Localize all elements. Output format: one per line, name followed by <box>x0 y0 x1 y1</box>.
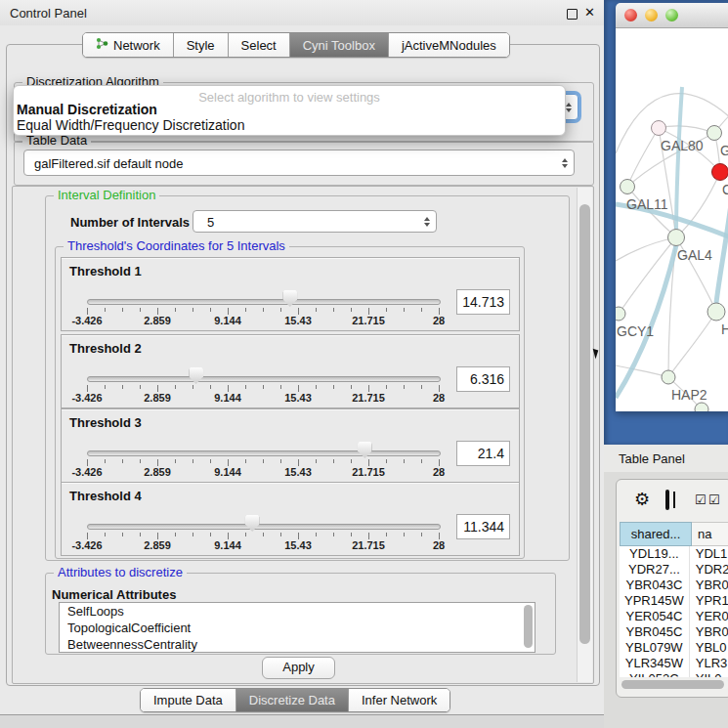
table-panel-titlebar[interactable]: Table Panel <box>604 445 728 473</box>
cell[interactable]: YER0 <box>690 609 728 624</box>
vertical-scrollbar[interactable] <box>577 188 592 682</box>
table-panel-box: ⚙ ☑ ☑ shared... na YDL19...YDL1 YDR27...… <box>616 479 728 698</box>
horizontal-scrollbar-thumb[interactable] <box>621 680 724 689</box>
cell[interactable]: YBR045C <box>620 624 690 640</box>
cell[interactable]: YBR0 <box>690 624 728 640</box>
table-header-name[interactable]: na <box>692 522 728 546</box>
popup-option-manual-discretization[interactable]: Manual Discretization <box>17 102 157 117</box>
table-row[interactable]: YER054CYER0 <box>620 609 728 624</box>
tab-jactivemnodules[interactable]: jActiveMNodules <box>389 33 509 57</box>
slider-tick <box>368 308 369 315</box>
threshold-2-value-field[interactable]: 6.316 <box>456 366 510 392</box>
checkbox-icon[interactable]: ☑ <box>708 493 720 506</box>
table-data-combobox[interactable]: galFiltered.sif default node <box>23 150 575 176</box>
threshold-3-slider-handle[interactable] <box>358 442 372 458</box>
table-row[interactable]: YBR045CYBR0 <box>620 624 728 640</box>
slider-tick <box>439 308 440 315</box>
list-item[interactable]: SelfLoops <box>60 603 535 620</box>
cell[interactable]: YDR2 <box>690 562 728 578</box>
threshold-1-value-field[interactable]: 14.713 <box>456 289 510 315</box>
cell[interactable]: YIL0 <box>690 671 728 677</box>
slider-tick <box>140 459 141 463</box>
list-scrollbar-thumb[interactable] <box>524 605 533 648</box>
tick-label: 21.715 <box>352 315 385 326</box>
cell[interactable]: YBR043C <box>620 578 690 593</box>
table-row[interactable]: YBL079WYBL0 <box>620 640 728 656</box>
number-of-intervals-combobox[interactable]: 5 <box>193 210 437 233</box>
network-window-titlebar[interactable] <box>616 3 728 28</box>
list-item[interactable]: TopologicalCoefficient <box>60 620 535 636</box>
cell[interactable]: YBR0 <box>690 578 728 593</box>
threshold-1-tick-labels: -3.426 2.859 9.144 15.43 21.715 28 <box>87 315 439 326</box>
cell[interactable]: YDR27... <box>620 562 690 578</box>
cell[interactable]: YER054C <box>620 609 690 624</box>
slider-tick <box>298 385 299 392</box>
slider-tick <box>175 385 176 389</box>
cell[interactable]: YPR145W <box>620 593 690 609</box>
tab-impute-data[interactable]: Impute Data <box>141 689 236 711</box>
vertical-scrollbar-thumb[interactable] <box>579 204 590 644</box>
tab-cyni-toolbox[interactable]: Cyni Toolbox <box>290 33 389 57</box>
threshold-4-tick-labels: -3.426 2.859 9.144 15.43 21.715 28 <box>87 539 439 551</box>
table-row[interactable]: YIL052CYIL0 <box>620 671 728 677</box>
tick-label: -3.426 <box>71 539 102 551</box>
tab-discretize-data[interactable]: Discretize Data <box>236 689 349 711</box>
gear-icon[interactable]: ⚙ <box>634 491 650 508</box>
table-panel-title: Table Panel <box>619 451 685 466</box>
horizontal-scrollbar[interactable] <box>621 680 728 689</box>
tab-label: Style <box>187 38 215 53</box>
control-panel-titlebar[interactable]: Control Panel ✕ <box>0 0 604 25</box>
checkbox-icon[interactable]: ☑ <box>695 493 707 506</box>
tab-label: Discretize Data <box>249 693 335 707</box>
table-row[interactable]: YBR043CYBR0 <box>620 578 728 593</box>
tick-label: -3.426 <box>71 466 102 478</box>
combo-arrows-icon <box>424 217 430 227</box>
popup-option-equal-width-frequency[interactable]: Equal Width/Frequency Discretization <box>17 117 244 133</box>
cell[interactable]: YIL052C <box>620 671 690 677</box>
cell[interactable]: YPR1 <box>690 593 728 609</box>
tab-network[interactable]: Network <box>83 33 174 57</box>
table-row[interactable]: YDR27...YDR2 <box>620 562 728 578</box>
network-node-label: GA <box>720 143 728 158</box>
tab-style[interactable]: Style <box>174 33 229 57</box>
slider-tick <box>421 385 422 389</box>
apply-button[interactable]: Apply <box>262 657 335 679</box>
tab-select[interactable]: Select <box>229 33 290 57</box>
cell[interactable]: YLR345W <box>620 656 690 671</box>
threshold-1-slider-handle[interactable] <box>282 290 297 307</box>
group-title-interval-definition: Interval Definition <box>54 189 159 202</box>
table-row[interactable]: YDL19...YDL1 <box>620 546 728 562</box>
threshold-4-slider-handle[interactable] <box>245 515 260 532</box>
table-body: YDL19...YDL1 YDR27...YDR2 YBR043CYBR0 YP… <box>620 546 728 677</box>
table-header-shared[interactable]: shared... <box>620 522 692 546</box>
threshold-4-value-field[interactable]: 11.344 <box>456 514 510 539</box>
slider-tick <box>122 385 123 389</box>
slider-tick <box>87 533 88 539</box>
slider-tick <box>245 385 246 389</box>
split-view-icon[interactable] <box>665 490 669 510</box>
cell[interactable]: YDL19... <box>620 546 690 562</box>
table-row[interactable]: YLR345WYLR3 <box>620 656 728 671</box>
minimize-traffic-light-icon[interactable] <box>645 9 658 21</box>
slider-tick <box>210 533 211 536</box>
cell[interactable]: YBL0 <box>690 640 728 656</box>
close-icon[interactable]: ✕ <box>584 5 595 20</box>
network-icon <box>96 37 108 53</box>
zoom-traffic-light-icon[interactable] <box>665 9 678 21</box>
slider-tick <box>105 533 106 536</box>
network-canvas[interactable]: GAL80GACGAL11GAL4GCY1HHAP2 <box>616 28 728 411</box>
tick-label: 28 <box>433 392 445 404</box>
cell[interactable]: YBL079W <box>620 640 690 656</box>
list-item[interactable]: BetweennessCentrality <box>60 636 535 653</box>
close-traffic-light-icon[interactable] <box>624 9 637 21</box>
tab-infer-network[interactable]: Infer Network <box>349 689 450 711</box>
group-title-table-data: Table Data <box>22 134 91 148</box>
slider-tick <box>87 385 88 392</box>
threshold-2-slider-handle[interactable] <box>189 367 203 384</box>
threshold-3-value-field[interactable]: 21.4 <box>456 441 510 466</box>
table-row[interactable]: YPR145WYPR1 <box>620 593 728 609</box>
cell[interactable]: YLR3 <box>690 656 728 671</box>
float-window-icon[interactable] <box>567 9 578 20</box>
cell[interactable]: YDL1 <box>690 546 728 562</box>
tick-label: 28 <box>433 539 445 551</box>
